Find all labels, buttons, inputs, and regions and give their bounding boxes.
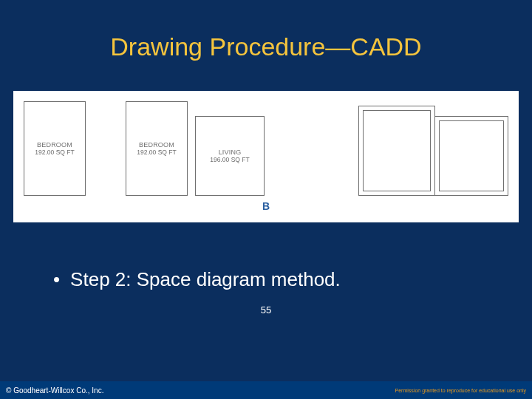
space-diagram-figure: BEDROOM 192.00 SQ FT BEDROOM 192.00 SQ F… [13, 91, 519, 222]
rooms-row: BEDROOM 192.00 SQ FT BEDROOM 192.00 SQ F… [13, 91, 519, 196]
slide-number: 55 [0, 304, 532, 316]
nested-box-inner [439, 120, 504, 191]
room-box: BEDROOM 192.00 SQ FT [24, 101, 86, 196]
footer-bar: © Goodheart-Willcox Co., Inc. Permission… [0, 381, 532, 399]
room-area: 196.00 SQ FT [210, 156, 249, 163]
nested-box [434, 116, 508, 196]
room-name: BEDROOM [37, 141, 72, 149]
permission-text: Permission granted to reproduce for educ… [395, 388, 526, 393]
room-area: 192.00 SQ FT [35, 149, 74, 156]
room-name: LIVING [219, 149, 242, 156]
nested-box [358, 106, 435, 196]
room-name: BEDROOM [139, 141, 174, 149]
nested-box-inner [363, 110, 431, 191]
figure-label: B [13, 196, 519, 212]
room-box: LIVING 196.00 SQ FT [195, 116, 265, 196]
slide-title: Drawing Procedure—CADD [0, 0, 532, 61]
room-box: BEDROOM 192.00 SQ FT [126, 101, 188, 196]
room-area: 192.00 SQ FT [137, 149, 176, 156]
bullet-step: Step 2: Space diagram method. [53, 268, 532, 291]
nested-boxes-group [358, 106, 508, 196]
copyright-text: © Goodheart-Willcox Co., Inc. [6, 386, 103, 395]
